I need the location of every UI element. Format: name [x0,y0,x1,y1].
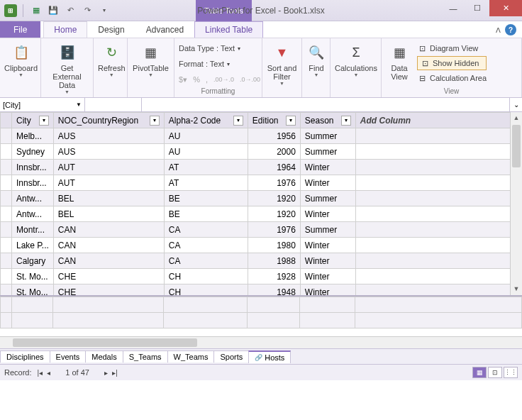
minimize-button[interactable]: — [441,0,465,16]
cell[interactable]: Montr... [12,222,54,238]
cell[interactable]: 1948 [248,284,300,296]
decrease-decimal-icon[interactable]: .0→.00 [240,76,260,83]
calculation-area-button[interactable]: ⊟ Calculation Area [417,71,487,85]
cell[interactable]: CAN [53,253,164,269]
pivottable-button[interactable]: ▦ PivotTable ▼ [132,41,170,79]
tab-file[interactable]: File [0,21,40,38]
cell[interactable] [355,191,521,206]
tab-home[interactable]: Home [43,21,87,38]
table-row[interactable]: Innsbr... AUT AT 1964 Winter [1,160,522,175]
first-record-button[interactable]: |◂ [38,369,43,377]
cell[interactable] [355,253,521,269]
column-header[interactable]: Edition▾ [248,113,300,128]
cell[interactable]: CHE [53,284,164,296]
column-header[interactable]: Alpha-2 Code▾ [164,113,248,128]
cell[interactable]: AUT [53,160,164,175]
cell[interactable]: AU [164,128,248,144]
cell[interactable]: Antw... [12,206,54,222]
cell[interactable]: AT [164,175,248,191]
cell[interactable]: 1976 [248,175,300,191]
sheet-tab-medals[interactable]: Medals [85,350,123,363]
select-all-corner[interactable] [1,113,12,128]
row-header[interactable] [1,253,12,269]
qat-save-icon[interactable]: 💾 [46,4,60,18]
column-header[interactable]: NOC_CountryRegion▾ [53,113,164,128]
add-column-header[interactable]: Add Column [355,113,521,128]
calculations-button[interactable]: Σ Calculations ▼ [335,41,377,79]
sheet-tab-w_teams[interactable]: W_Teams [167,350,215,363]
cell[interactable]: CA [164,222,248,238]
cell[interactable]: CA [164,238,248,253]
cell[interactable] [355,269,521,284]
column-header[interactable]: Season▾ [300,113,355,128]
cell[interactable]: CH [164,284,248,296]
row-header[interactable] [1,238,12,253]
data-type-selector[interactable]: Data Type : Text▾ [179,41,240,55]
cell[interactable]: Winter [300,284,355,296]
data-grid[interactable]: City▾ NOC_CountryRegion▾ Alpha-2 Code▾ E… [0,112,522,295]
table-row[interactable]: Antw... BEL BE 1920 Summer [1,191,522,206]
filter-dropdown-icon[interactable]: ▾ [341,116,351,126]
data-view-button[interactable]: ▦ Data View [386,41,413,82]
sheet-tab-s_teams[interactable]: S_Teams [123,350,168,363]
sheet-tab-events[interactable]: Events [50,350,87,363]
table-row[interactable]: Montr... CAN CA 1976 Summer [1,222,522,238]
cell[interactable]: Winter [300,253,355,269]
row-header[interactable] [1,284,12,296]
cell[interactable]: AUS [53,144,164,160]
cell[interactable]: CAN [53,222,164,238]
cell[interactable]: Winter [300,175,355,191]
cell[interactable]: AT [164,160,248,175]
cell[interactable]: 1920 [248,191,300,206]
cell[interactable]: AU [164,144,248,160]
table-row[interactable]: St. Mo... CHE CH 1948 Winter [1,284,522,296]
cell[interactable]: AUT [53,175,164,191]
scroll-thumb[interactable] [13,338,197,347]
diagram-view-button[interactable]: ⊡ [488,367,502,378]
get-external-data-button[interactable]: 🗄️ Get External Data ▼ [45,41,89,96]
clipboard-button[interactable]: 📋 Clipboard ▼ [4,41,38,79]
table-row[interactable]: Sydney AUS AU 2000 Summer [1,144,522,160]
other-view-button[interactable]: ⋮⋮ [504,367,518,378]
cell[interactable] [355,128,521,144]
cell[interactable]: Summer [300,222,355,238]
diagram-view-button[interactable]: ⊡ Diagram View [417,41,487,55]
tab-advanced[interactable]: Advanced [135,21,194,38]
cell[interactable]: Calgary [12,253,54,269]
vertical-scrollbar[interactable]: ▲ ▼ [510,112,522,295]
filter-dropdown-icon[interactable]: ▾ [150,116,160,126]
row-header[interactable] [1,269,12,284]
cell[interactable] [355,160,521,175]
cell[interactable] [355,284,521,296]
last-record-button[interactable]: ▸| [112,369,118,377]
cell[interactable]: CA [164,253,248,269]
row-header[interactable] [1,175,12,191]
cell[interactable] [355,206,521,222]
cell[interactable]: 1988 [248,253,300,269]
qat-more-icon[interactable]: ▾ [97,4,111,18]
cell[interactable]: Summer [300,191,355,206]
cell[interactable]: BEL [53,191,164,206]
row-header[interactable] [1,128,12,144]
grid-view-button[interactable]: ▦ [472,367,487,378]
expand-formula-button[interactable]: ⌄ [509,98,522,111]
show-hidden-button[interactable]: ⊡ Show Hidden [417,56,487,70]
cell[interactable] [355,222,521,238]
filter-dropdown-icon[interactable]: ▾ [39,116,49,126]
row-header[interactable] [1,144,12,160]
cell[interactable]: Innsbr... [12,175,54,191]
scroll-thumb[interactable] [512,125,521,167]
horizontal-scrollbar[interactable] [0,336,522,348]
cell[interactable]: CAN [53,238,164,253]
filter-dropdown-icon[interactable]: ▾ [286,116,296,126]
find-button[interactable]: 🔍 Find ▼ [306,41,326,79]
scroll-down-icon[interactable]: ▼ [511,283,522,295]
currency-icon[interactable]: $▾ [179,75,187,84]
cell[interactable]: 1980 [248,238,300,253]
formula-input[interactable] [142,98,509,111]
format-selector[interactable]: Format : Text▾ [179,57,230,71]
cell[interactable]: BE [164,191,248,206]
sheet-tab-disciplines[interactable]: Disciplines [0,350,50,363]
cell[interactable]: BE [164,206,248,222]
qat-excel-icon[interactable]: ▦ [29,4,43,18]
